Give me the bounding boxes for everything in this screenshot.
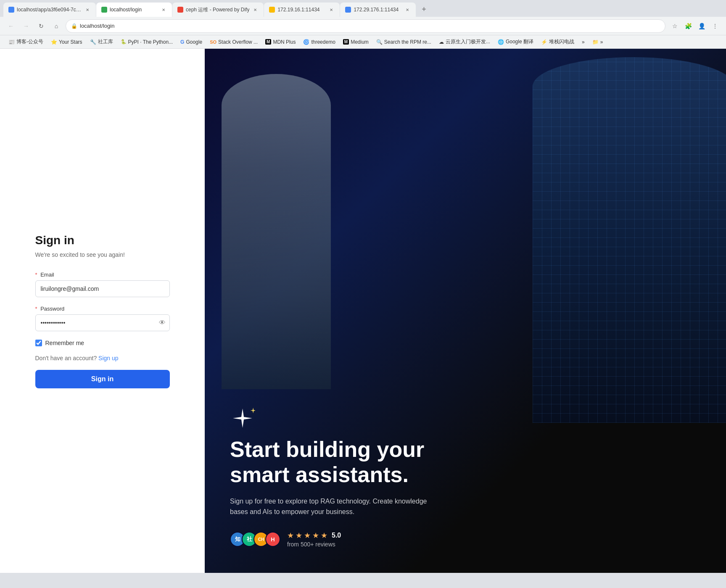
tab-title-2: localhost/login	[110, 7, 158, 13]
bookmark-pypi[interactable]: 🐍 PyPI · The Python...	[117, 38, 177, 46]
email-group: * Email	[35, 272, 170, 297]
bookmark-label: threedemo	[311, 39, 335, 45]
bookmark-label: 堆栈闪电战	[549, 38, 574, 45]
signin-button[interactable]: Sign in	[35, 370, 170, 388]
email-input[interactable]	[35, 280, 170, 297]
signin-form: Sign in We're so excited to see you agai…	[35, 234, 170, 388]
tab-5[interactable]: 172.29.176.1:11434 ✕	[340, 3, 416, 17]
bookmark-label: Your Stars	[59, 39, 82, 45]
bookmark-icon: M	[265, 39, 271, 45]
password-input[interactable]	[35, 314, 170, 331]
password-toggle-icon[interactable]: 👁	[159, 319, 166, 327]
review-row: 知 社 CH H ★ ★ ★ ★ ★ 5.0 from 500+ reviews	[230, 531, 701, 548]
bookmark-stars[interactable]: ⭐ Your Stars	[48, 38, 86, 46]
password-wrapper: 👁	[35, 314, 170, 331]
bookmark-icon: 🌀	[303, 39, 309, 45]
star-2: ★	[296, 531, 302, 540]
tab-favicon-1	[8, 7, 14, 13]
bookmark-more[interactable]: »	[578, 38, 588, 46]
bookmark-icon: 🔍	[376, 39, 383, 45]
signup-row: Don't have an account? Sign up	[35, 355, 170, 361]
bookmark-label: Google 翻译	[506, 38, 533, 45]
hero-title: Start building your smart assistants.	[230, 437, 701, 488]
bookmarks-bar: 📰 博客-公众号 ⭐ Your Stars 🔧 社工库 🐍 PyPI · The…	[0, 35, 726, 49]
new-tab-button[interactable]: +	[418, 3, 430, 15]
tab-favicon-3	[177, 7, 183, 13]
bookmark-all[interactable]: 📁 »	[589, 38, 607, 46]
bookmark-label: Search the RPM re...	[384, 39, 431, 45]
bookmark-label: 博客-公众号	[16, 38, 43, 45]
bookmark-icon: 🌐	[498, 39, 504, 45]
tab-title-5: 172.29.176.1:11434	[354, 7, 401, 13]
bookmark-mdn[interactable]: M MDN Plus	[262, 38, 299, 46]
signin-title: Sign in	[35, 234, 170, 247]
tab-bar: localhost/app/a3f6e094-7c1... ✕ localhos…	[0, 0, 726, 17]
tab-title-1: localhost/app/a3f6e094-7c1...	[17, 7, 82, 13]
profile-icon[interactable]: 👤	[696, 20, 708, 32]
avatar-stack: 知 社 CH H	[230, 532, 280, 547]
bookmark-stack-flash[interactable]: ⚡ 堆栈闪电战	[538, 37, 578, 46]
star-5: ★	[321, 531, 327, 540]
bookmark-stackoverflow[interactable]: SO Stack Overflow ...	[206, 38, 261, 46]
bookmark-label: »	[600, 39, 603, 45]
tab-close-4[interactable]: ✕	[328, 6, 335, 13]
robot-grid-overlay	[533, 57, 726, 423]
signin-panel: Sign in We're so excited to see you agai…	[0, 49, 205, 573]
stars-container: ★ ★ ★ ★ ★ 5.0	[287, 531, 341, 540]
password-label: * Password	[35, 306, 170, 312]
review-info: ★ ★ ★ ★ ★ 5.0 from 500+ reviews	[287, 531, 341, 548]
hero-subtitle: Sign up for free to explore top RAG tech…	[230, 496, 440, 517]
bookmark-google-translate[interactable]: 🌐 Google 翻译	[494, 37, 537, 46]
bookmark-threedemo[interactable]: 🌀 threedemo	[300, 38, 338, 46]
lock-icon: 🔒	[71, 23, 77, 29]
tab-favicon-5	[345, 7, 351, 13]
bookmark-icon: SO	[210, 40, 216, 45]
signup-link[interactable]: Sign up	[98, 355, 118, 361]
star-1: ★	[287, 531, 294, 540]
bookmark-cloud[interactable]: ☁ 云原生入门极开发...	[436, 37, 494, 46]
forward-button[interactable]: →	[20, 20, 32, 32]
tab-1[interactable]: localhost/app/a3f6e094-7c1... ✕	[3, 3, 96, 17]
bookmark-star-icon[interactable]: ☆	[669, 20, 681, 32]
bookmark-label: Medium	[351, 39, 369, 45]
bookmark-label: Stack Overflow ...	[218, 39, 258, 45]
url-input[interactable]: 🔒 localhost/login	[66, 19, 665, 33]
remember-row: Remember me	[35, 340, 170, 346]
bookmark-blog[interactable]: 📰 博客-公众号	[5, 37, 47, 46]
back-button[interactable]: ←	[5, 20, 17, 32]
star-4: ★	[312, 531, 319, 540]
menu-icon[interactable]: ⋮	[709, 20, 721, 32]
bookmark-icon: M	[343, 39, 349, 45]
bookmark-rpm[interactable]: 🔍 Search the RPM re...	[373, 38, 435, 46]
extension-puzzle-icon[interactable]: 🧩	[682, 20, 694, 32]
tab-4[interactable]: 172.19.16.1:11434 ✕	[264, 3, 340, 17]
bookmark-medium[interactable]: M Medium	[340, 38, 372, 46]
bookmark-google[interactable]: G Google	[177, 38, 206, 46]
bookmark-icon: 🐍	[121, 39, 127, 45]
human-silhouette	[222, 74, 331, 389]
remember-checkbox[interactable]	[35, 340, 42, 346]
refresh-button[interactable]: ↻	[35, 20, 47, 32]
bookmark-label: PyPI · The Python...	[128, 39, 173, 45]
address-bar: ← → ↻ ⌂ 🔒 localhost/login ☆ 🧩 👤 ⋮	[0, 17, 726, 35]
avatar-4: H	[265, 532, 280, 547]
bookmark-label: Google	[186, 39, 202, 45]
bookmark-icon: ⚡	[541, 39, 547, 45]
tab-close-2[interactable]: ✕	[160, 6, 167, 13]
tab-close-1[interactable]: ✕	[84, 6, 91, 13]
tab-close-3[interactable]: ✕	[252, 6, 259, 13]
tab-2[interactable]: localhost/login ✕	[96, 3, 172, 17]
review-score: 5.0	[332, 532, 341, 539]
bookmark-icon: ☁	[439, 39, 444, 45]
home-button[interactable]: ⌂	[50, 20, 62, 32]
tab-close-5[interactable]: ✕	[404, 6, 411, 13]
bookmark-label: 社工库	[98, 38, 113, 45]
bookmark-label: MDN Plus	[273, 39, 296, 45]
bookmark-icon: G	[180, 39, 184, 45]
signin-subtitle: We're so excited to see you again!	[35, 251, 170, 258]
email-label: * Email	[35, 272, 170, 278]
url-text: localhost/login	[80, 23, 660, 29]
bookmark-social[interactable]: 🔧 社工库	[87, 37, 116, 46]
sparkle-decoration	[230, 408, 701, 429]
tab-3[interactable]: ceph 运维 - Powered by Dify ✕	[172, 3, 264, 17]
